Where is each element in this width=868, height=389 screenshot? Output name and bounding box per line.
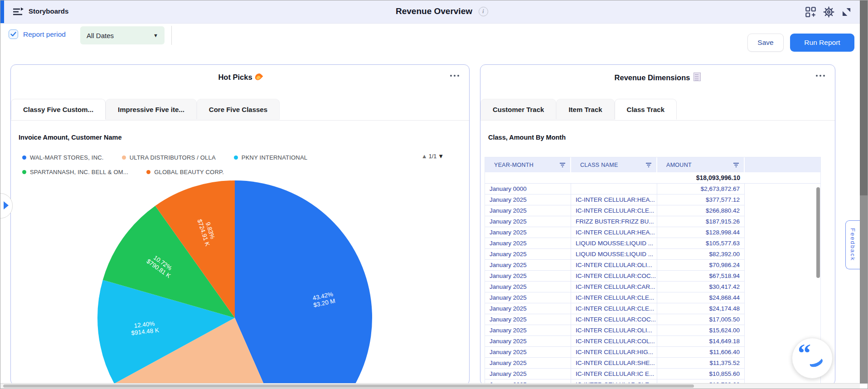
table-row[interactable]: January 2025 IC-INTER CELLULAR:COL... $1…	[485, 336, 820, 347]
add-widget-icon[interactable]	[805, 7, 816, 17]
year-month-cell: January 2025	[485, 271, 571, 282]
pager-page-label: 1/1	[429, 153, 436, 160]
class-name-cell: IC-INTER CELLULAR:CAR...	[571, 282, 657, 292]
amount-cell: $14,649.18	[657, 336, 745, 347]
legend-dot	[234, 156, 238, 160]
table-total-row: $18,093,996.10	[485, 172, 820, 184]
save-button[interactable]: Save	[747, 34, 784, 52]
card-menu-button[interactable]	[450, 75, 459, 77]
table-row[interactable]: January 2025 IC-INTER CELLULAR:OLI... $1…	[485, 325, 820, 336]
column-header-year-month[interactable]: YEAR-MONTH	[485, 157, 571, 172]
table-row[interactable]: January 2025 IC-INTER CELLULAR:COC... $1…	[485, 314, 820, 325]
year-month-cell: January 2025	[485, 314, 571, 325]
table-row[interactable]: January 2025 IC-INTER CELLULAR:CLE... $2…	[485, 205, 820, 216]
settings-gear-icon[interactable]	[823, 6, 834, 18]
amount-cell: $11,606.40	[657, 347, 745, 358]
revenue-dimensions-tab[interactable]: Item Track	[556, 99, 614, 120]
report-period-dropdown[interactable]: All Dates ▼	[80, 26, 165, 44]
legend-item[interactable]: PKNY INTERNATIONAL	[234, 154, 307, 161]
hot-picks-tab[interactable]: Impressive Five ite...	[106, 99, 197, 120]
amount-cell: $17,005.50	[657, 314, 745, 325]
info-icon[interactable]: i	[479, 7, 488, 16]
class-name-cell: IC-INTER CELLULAR:HEA...	[571, 194, 657, 205]
class-name-cell: IC-INTER CELLULAR:COL...	[571, 336, 657, 347]
run-report-button[interactable]: Run Report	[790, 34, 854, 52]
revenue-dimensions-tab[interactable]: Customer Track	[480, 99, 556, 120]
legend-dot	[146, 170, 150, 174]
table-row[interactable]: January 2025 IC-INTER CELLULAR:HEA... $3…	[485, 194, 820, 205]
hot-picks-title: Hot Picks	[11, 73, 469, 82]
column-header-empty	[745, 157, 820, 172]
pager-up-icon[interactable]: ▲	[422, 153, 427, 160]
amount-cell: $10,855.60	[657, 369, 745, 379]
table-row[interactable]: January 2025 IC-INTER CELLULAR:IC E... $…	[485, 369, 820, 379]
table-row[interactable]: January 2025 IC-INTER CELLULAR:SHE... $1…	[485, 358, 820, 369]
class-name-cell: IC-INTER CELLULAR:OLI...	[571, 260, 657, 271]
year-month-cell: January 2025	[485, 227, 571, 238]
page-horizontal-scrollbar[interactable]	[0, 383, 860, 389]
class-amount-table: YEAR-MONTH CLASS NAME AMOUNT $18,093,996…	[485, 157, 821, 385]
table-row[interactable]: January 2025 LIQUID MOUSSE:LIQUID ... $8…	[485, 249, 820, 260]
feedback-tab[interactable]: Feedback	[845, 220, 860, 269]
legend-item[interactable]: GLOBAL BEAUTY CORP.	[146, 169, 224, 175]
revenue-dimensions-card: Revenue Dimensions Customer TrackItem Tr…	[480, 64, 835, 385]
card-menu-button[interactable]	[816, 75, 825, 77]
class-name-cell: IC-INTER CELLULAR:HIG...	[571, 347, 657, 358]
report-period-checkbox[interactable]	[9, 29, 18, 39]
amount-cell: $24,174.48	[657, 303, 745, 314]
column-header-class-name[interactable]: CLASS NAME	[571, 157, 657, 172]
year-month-cell: January 2025	[485, 336, 571, 347]
amount-cell: $266,880.42	[657, 205, 745, 216]
chat-feedback-fab[interactable]: “	[792, 338, 833, 379]
table-row[interactable]: January 2025 IC-INTER CELLULAR:CLE... $2…	[485, 292, 820, 303]
legend-dot	[22, 156, 26, 160]
revenue-dimensions-tab[interactable]: Class Track	[615, 99, 677, 120]
year-month-cell: January 2025	[485, 325, 571, 336]
class-name-cell: IC-INTER CELLULAR:HEA...	[571, 227, 657, 238]
table-row[interactable]: January 2025 IC-INTER CELLULAR:HIG... $1…	[485, 347, 820, 358]
arrow-right-icon	[4, 201, 9, 209]
amount-cell: $15,624.00	[657, 325, 745, 336]
hot-picks-tab[interactable]: Core Five Classes	[197, 99, 280, 120]
filter-icon[interactable]	[559, 162, 566, 168]
class-name-cell	[571, 184, 657, 194]
top-bar: Storyboards Revenue Overview i	[0, 0, 868, 24]
column-header-amount[interactable]: AMOUNT	[657, 157, 745, 172]
report-period-label: Report period	[23, 30, 66, 39]
class-name-cell: FRIZZ BUSTER:FRIZZ BU...	[571, 216, 657, 227]
table-row[interactable]: January 2025 FRIZZ BUSTER:FRIZZ BU... $1…	[485, 216, 820, 227]
pie-slice[interactable]	[235, 180, 372, 384]
year-month-cell: January 2025	[485, 216, 571, 227]
page-vertical-scrollbar[interactable]	[860, 0, 868, 384]
vertical-scrollbar-thumb[interactable]	[860, 0, 868, 195]
table-scrollbar-thumb[interactable]	[816, 187, 820, 278]
table-row[interactable]: January 2025 IC-INTER CELLULAR:CAR... $3…	[485, 282, 820, 292]
table-row[interactable]: January 0000 $2,673,872.67	[485, 184, 820, 194]
amount-cell: $30,417.42	[657, 282, 745, 292]
legend-dot	[122, 156, 126, 160]
table-row[interactable]: January 2025 LIQUID MOUSSE:LIQUID ... $1…	[485, 238, 820, 249]
table-row[interactable]: January 2025 IC-INTER CELLULAR:CLE... $2…	[485, 303, 820, 314]
class-name-cell: IC-INTER CELLULAR:CLE...	[571, 205, 657, 216]
filter-icon[interactable]	[733, 162, 739, 168]
horizontal-scrollbar-thumb[interactable]	[3, 384, 694, 388]
page-title: Revenue Overview	[0, 6, 868, 16]
year-month-cell: January 2025	[485, 347, 571, 358]
table-row[interactable]: January 2025 IC-INTER CELLULAR:OLI... $7…	[485, 260, 820, 271]
year-month-cell: January 2025	[485, 205, 571, 216]
year-month-cell: January 0000	[485, 184, 571, 194]
hot-picks-tab[interactable]: Classy Five Custom...	[11, 99, 106, 120]
legend-item[interactable]: WAL-MART STORES, INC.	[22, 154, 104, 161]
legend-item[interactable]: ULTRA DISTRIBUTORS / OLLA	[122, 154, 216, 161]
total-amount: $18,093,996.10	[657, 174, 745, 181]
year-month-cell: January 2025	[485, 249, 571, 260]
collapse-expand-icon[interactable]	[842, 7, 851, 17]
filter-icon[interactable]	[645, 162, 652, 168]
pager-down-icon[interactable]: ▼	[438, 153, 444, 160]
table-row[interactable]: January 2025 IC-INTER CELLULAR:COC... $6…	[485, 271, 820, 282]
amount-cell: $82,392.00	[657, 249, 745, 260]
amount-cell: $2,673,872.67	[657, 184, 745, 194]
legend-item[interactable]: SPARTANNASH, INC. BELL & OM...	[22, 169, 128, 175]
table-row[interactable]: January 2025 IC-INTER CELLULAR:HEA... $1…	[485, 227, 820, 238]
year-month-cell: January 2025	[485, 282, 571, 292]
